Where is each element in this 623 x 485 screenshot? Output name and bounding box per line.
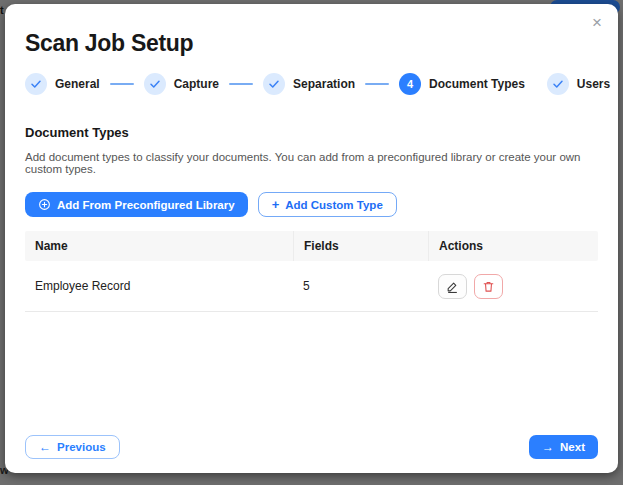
check-icon [144, 73, 166, 95]
table-row: Employee Record 5 [25, 261, 598, 312]
step-label: General [55, 77, 100, 91]
scan-job-setup-dialog: × Scan Job Setup General Capture Separat… [5, 4, 618, 473]
document-types-toolbar: Add From Preconfigured Library + Add Cus… [25, 192, 598, 217]
close-icon[interactable]: × [592, 14, 602, 31]
section-description: Add document types to classify your docu… [25, 151, 598, 175]
plus-circle-icon [38, 198, 51, 211]
edit-button[interactable] [438, 274, 467, 299]
column-header-name: Name [25, 231, 293, 261]
add-from-library-button[interactable]: Add From Preconfigured Library [25, 192, 248, 217]
check-icon [25, 73, 47, 95]
step-label: Document Types [429, 77, 525, 91]
next-label: Next [560, 441, 585, 453]
step-label: Users [577, 77, 610, 91]
previous-label: Previous [57, 441, 106, 453]
arrow-right-icon: → [542, 441, 554, 453]
previous-button[interactable]: ← Previous [25, 435, 120, 459]
step-connector [229, 83, 253, 85]
document-types-table: Name Fields Actions Employee Record 5 [25, 231, 598, 312]
column-header-fields: Fields [293, 231, 428, 261]
pencil-icon [446, 280, 459, 293]
wizard-stepper: General Capture Separation 4 Document Ty… [25, 73, 598, 95]
add-from-library-label: Add From Preconfigured Library [57, 199, 235, 211]
cell-fields-count: 5 [293, 261, 428, 311]
step-label: Separation [293, 77, 355, 91]
delete-button[interactable] [474, 274, 503, 299]
step-general[interactable]: General [25, 73, 100, 95]
trash-icon [482, 280, 495, 293]
step-connector [110, 83, 134, 85]
arrow-left-icon: ← [39, 441, 51, 453]
cell-actions [428, 264, 598, 309]
check-icon [263, 73, 285, 95]
step-label: Capture [174, 77, 219, 91]
step-separation[interactable]: Separation [263, 73, 355, 95]
table-header-row: Name Fields Actions [25, 231, 598, 261]
add-custom-type-button[interactable]: + Add Custom Type [258, 192, 397, 217]
column-header-actions: Actions [428, 231, 598, 261]
step-capture[interactable]: Capture [144, 73, 219, 95]
step-users[interactable]: Users [547, 73, 610, 95]
backdrop-text-fragment-top: t [0, 4, 4, 16]
cell-document-name: Employee Record [25, 261, 293, 311]
add-custom-type-label: Add Custom Type [285, 199, 383, 211]
step-number-badge: 4 [399, 73, 421, 95]
dialog-title: Scan Job Setup [25, 30, 598, 57]
next-button[interactable]: → Next [529, 435, 598, 459]
dialog-footer: ← Previous → Next [25, 435, 598, 459]
step-connector [365, 83, 389, 85]
section-heading: Document Types [25, 125, 598, 140]
plus-icon: + [272, 198, 280, 211]
step-document-types[interactable]: 4 Document Types [399, 73, 525, 95]
check-icon [547, 73, 569, 95]
